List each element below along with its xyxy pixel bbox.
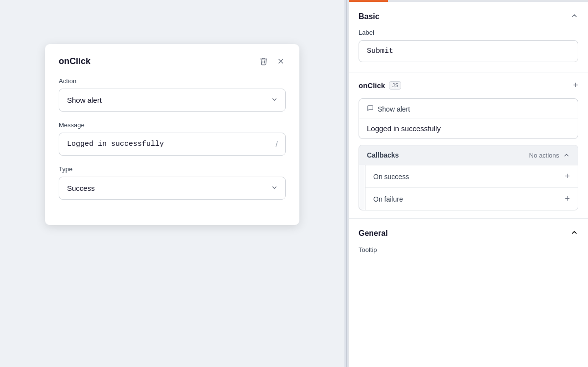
general-section-title: General [359, 229, 388, 238]
basic-section: Basic Label Submit [349, 2, 588, 72]
top-bar [349, 0, 588, 2]
type-select-wrapper: Success Error Warning Info [59, 177, 286, 200]
tooltip-label: Tooltip [359, 246, 578, 253]
label-value[interactable]: Submit [359, 40, 578, 62]
action-card: Show alert Logged in successfully [359, 98, 578, 139]
callbacks-status-text: No actions [529, 152, 559, 159]
chat-icon [367, 105, 374, 113]
onclick-add-icon[interactable]: + [573, 80, 578, 91]
on-success-add-icon[interactable]: + [565, 171, 570, 182]
general-chevron-icon [570, 229, 578, 238]
on-failure-label: On failure [373, 195, 403, 203]
label-field-label: Label [359, 29, 578, 36]
onclick-section: onClick JS + Show alert Logged in succes… [349, 72, 588, 219]
general-section: General Tooltip [349, 219, 588, 258]
onclick-title-row: onClick JS [359, 81, 401, 90]
general-section-header: General [359, 229, 578, 238]
delete-button[interactable] [258, 56, 269, 67]
message-input[interactable] [59, 133, 286, 156]
message-label: Message [59, 121, 286, 129]
action-card-top: Show alert [359, 99, 578, 118]
callbacks-header: Callbacks No actions [359, 145, 578, 165]
on-failure-item: On failure + [365, 187, 578, 210]
modal-header: onClick [59, 56, 286, 67]
action-select[interactable]: Show alert Navigate Run query Log out [59, 89, 286, 112]
onclick-section-header: onClick JS + [359, 72, 578, 98]
js-badge: JS [389, 81, 401, 90]
action-card-message: Logged in successfully [359, 118, 578, 138]
left-panel: onClick [0, 0, 344, 367]
modal-title: onClick [59, 56, 90, 67]
callbacks-status: No actions [529, 152, 570, 159]
action-card-label: Show alert [367, 105, 570, 113]
on-success-label: On success [373, 173, 409, 181]
callbacks-chevron-icon [563, 152, 570, 159]
type-label: Type [59, 165, 286, 173]
basic-section-header: Basic [359, 12, 578, 21]
callbacks-title: Callbacks [367, 151, 399, 159]
message-input-wrapper: / [59, 133, 286, 156]
action-field-group: Action Show alert Navigate Run query Log… [59, 77, 286, 112]
on-success-item: On success + [365, 165, 578, 187]
basic-chevron-icon [570, 12, 578, 21]
onclick-section-title: onClick [359, 81, 385, 90]
panel-divider [344, 0, 348, 367]
action-select-wrapper: Show alert Navigate Run query Log out [59, 89, 286, 112]
close-button[interactable] [276, 56, 286, 66]
basic-section-title: Basic [359, 12, 380, 21]
modal-header-icons [258, 56, 286, 67]
type-field-group: Type Success Error Warning Info [59, 165, 286, 200]
message-field-group: Message / [59, 121, 286, 156]
onclick-modal: onClick [45, 44, 299, 225]
action-card-action-label: Show alert [378, 105, 410, 113]
action-label: Action [59, 77, 286, 85]
on-failure-add-icon[interactable]: + [565, 194, 570, 204]
right-panel: Basic Label Submit onClick JS + [348, 0, 588, 367]
callbacks-section: Callbacks No actions On success + On fai… [359, 145, 578, 210]
type-select[interactable]: Success Error Warning Info [59, 177, 286, 200]
